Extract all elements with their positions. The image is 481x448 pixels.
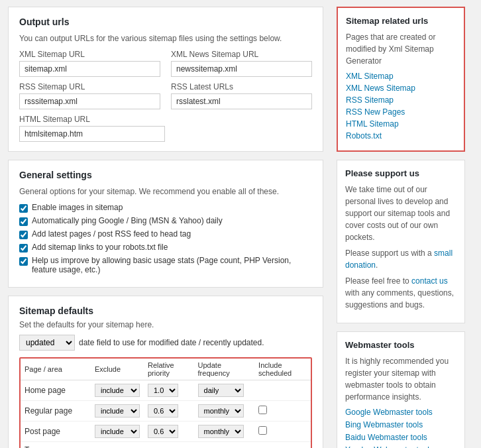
priority-cell: 1.0 0.9 0.8 0.7 0.6 0.5 — [144, 380, 194, 401]
page-area-cell: Taxonomy - categories — [21, 442, 91, 449]
xml-sitemap-url-group: XML Sitemap URL — [19, 50, 160, 77]
xml-news-sitemap-url-label: XML News Sitemap URL — [171, 50, 312, 59]
donation-link[interactable]: small donation — [345, 249, 453, 270]
scheduled-cell — [254, 401, 311, 421]
checkbox-item: Add latest pages / post RSS feed to head… — [19, 229, 312, 239]
exclude-cell: include exclude — [91, 401, 144, 421]
list-item: XML Sitemap — [346, 71, 456, 81]
date-field-select[interactable]: updated published — [19, 335, 75, 351]
sitemap-defaults-section: Sitemap defaults Set the defaults for yo… — [8, 296, 323, 448]
frequency-select[interactable]: always hourly daily weekly monthly — [198, 425, 244, 438]
rss-new-pages-link[interactable]: RSS New Pages — [346, 107, 405, 117]
priority-select[interactable]: 1.0 0.9 0.8 0.7 0.6 0.5 — [148, 404, 178, 418]
xml-news-sitemap-url-group: XML News Sitemap URL — [171, 50, 312, 77]
html-sitemap-url-group: HTML Sitemap URL — [19, 115, 165, 142]
google-webmaster-link[interactable]: Google Webmaster tools — [345, 408, 433, 417]
output-urls-title: Output urls — [19, 17, 312, 27]
usage-stats-label: Help us improve by allowing basic usage … — [32, 256, 312, 274]
priority-select[interactable]: 1.0 0.9 0.8 0.7 0.6 0.5 — [148, 384, 178, 397]
general-settings-checkboxes: Enable images in sitemap Automatically p… — [19, 203, 312, 274]
exclude-select[interactable]: include exclude — [95, 425, 140, 438]
rss-sitemap-link[interactable]: RSS Sitemap — [346, 95, 394, 105]
ping-google-label: Automatically ping Google / Bing (MSN & … — [32, 216, 223, 225]
rss-sitemap-url-input[interactable] — [19, 93, 160, 109]
sitemap-related-title: Sitemap related urls — [346, 16, 456, 26]
bing-webmaster-link[interactable]: Bing Webmaster tools — [345, 420, 423, 429]
scheduled-checkbox[interactable] — [258, 406, 267, 414]
list-item: RSS New Pages — [346, 107, 456, 117]
scheduled-cell — [254, 442, 311, 449]
output-urls-section: Output urls You can output URLs for the … — [8, 7, 323, 152]
scheduled-checkbox[interactable] — [258, 426, 267, 435]
html-sitemap-url-label: HTML Sitemap URL — [19, 115, 165, 124]
webmaster-tools-title: Webmaster tools — [345, 340, 456, 350]
url-fields-grid: XML Sitemap URL XML News Sitemap URL RSS… — [19, 50, 312, 142]
webmaster-tools-desc: It is highly recommended you register yo… — [345, 355, 456, 403]
support-text1: We take time out of our personal lives t… — [345, 184, 456, 243]
exclude-cell: include exclude — [91, 442, 144, 449]
html-sitemap-link[interactable]: HTML Sitemap — [346, 119, 399, 129]
checkbox-item: Enable images in sitemap — [19, 203, 312, 213]
baidu-webmaster-link[interactable]: Baidu Webmaster tools — [345, 433, 427, 442]
xml-sitemap-url-label: XML Sitemap URL — [19, 50, 160, 59]
table-row: Home page include exclude 1.0 0. — [21, 380, 311, 401]
col-frequency: Update frequency — [194, 359, 255, 380]
general-settings-title: General settings — [19, 170, 312, 180]
robots-txt-link[interactable]: Robots.txt — [346, 131, 382, 140]
xml-sitemap-link[interactable]: XML Sitemap — [346, 72, 394, 81]
frequency-select[interactable]: always hourly daily weekly monthly — [198, 384, 244, 397]
rss-latest-urls-input[interactable] — [171, 93, 312, 109]
col-exclude: Exclude — [91, 359, 144, 380]
enable-images-checkbox[interactable] — [19, 204, 28, 213]
date-field-suffix: date field to use for modified date / re… — [79, 338, 264, 347]
support-title: Please support us — [345, 168, 456, 178]
checkbox-item: Help us improve by allowing basic usage … — [19, 256, 312, 274]
list-item: RSS Sitemap — [346, 95, 456, 105]
page-area-cell: Home page — [21, 380, 91, 401]
contact-link[interactable]: contact us — [411, 276, 448, 286]
sitemap-related-links: XML Sitemap XML News Sitemap RSS Sitemap… — [346, 71, 456, 140]
table-row: Post page include exclude 1.0 0. — [21, 421, 311, 442]
support-box: Please support us We take time out of ou… — [337, 160, 465, 323]
frequency-cell: always hourly daily weekly monthly — [194, 421, 255, 442]
html-sitemap-url-input[interactable] — [19, 126, 165, 142]
priority-cell: 1.0 0.9 0.8 0.7 0.6 0.5 0.4 0.3 — [144, 442, 194, 449]
usage-stats-checkbox[interactable] — [19, 257, 28, 266]
priority-cell: 1.0 0.9 0.8 0.7 0.6 0.5 — [144, 401, 194, 421]
webmaster-tools-box: Webmaster tools It is highly recommended… — [337, 331, 465, 448]
rss-sitemap-url-group: RSS Sitemap URL — [19, 82, 160, 109]
robots-txt-checkbox[interactable] — [19, 244, 28, 252]
defaults-table-wrapper: Page / area Exclude Relative priority Up… — [19, 357, 312, 448]
exclude-cell: include exclude — [91, 380, 144, 401]
robots-txt-label: Add sitemap links to your robots.txt fil… — [32, 243, 168, 252]
list-item: Google Webmaster tools — [345, 407, 456, 417]
table-row: Regular page include exclude 1.0 — [21, 401, 311, 421]
xml-sitemap-url-input[interactable] — [19, 61, 160, 77]
col-scheduled: Include scheduled — [254, 359, 311, 380]
list-item: Robots.txt — [346, 131, 456, 140]
list-item: Bing Webmaster tools — [345, 420, 456, 429]
xml-news-sitemap-link[interactable]: XML News Sitemap — [346, 84, 415, 93]
xml-news-sitemap-url-input[interactable] — [171, 61, 312, 77]
exclude-select[interactable]: include exclude — [95, 404, 140, 418]
priority-select[interactable]: 1.0 0.9 0.8 0.7 0.6 0.5 — [148, 425, 178, 438]
checkbox-item: Add sitemap links to your robots.txt fil… — [19, 243, 312, 252]
frequency-cell: always hourly daily weekly monthly — [194, 442, 255, 449]
list-item: Yandex Webmaster tools — [345, 445, 456, 448]
defaults-table: Page / area Exclude Relative priority Up… — [21, 359, 311, 448]
frequency-select[interactable]: always hourly daily weekly monthly — [198, 404, 244, 418]
date-field-row: updated published date field to use for … — [19, 335, 312, 351]
ping-google-checkbox[interactable] — [19, 217, 28, 226]
exclude-cell: include exclude — [91, 421, 144, 442]
exclude-select[interactable]: include exclude — [95, 384, 140, 397]
scheduled-cell — [254, 421, 311, 442]
rss-latest-urls-label: RSS Latest URLs — [171, 82, 312, 91]
sitemap-related-desc: Pages that are created or modified by Xm… — [346, 31, 456, 67]
support-text3: Please feel free to contact us with any … — [345, 275, 456, 311]
rss-feed-checkbox[interactable] — [19, 231, 28, 239]
list-item: HTML Sitemap — [346, 119, 456, 129]
yandex-webmaster-link[interactable]: Yandex Webmaster tools — [345, 445, 433, 448]
rss-latest-urls-group: RSS Latest URLs — [171, 82, 312, 109]
col-page-area: Page / area — [21, 359, 91, 380]
col-priority: Relative priority — [144, 359, 194, 380]
